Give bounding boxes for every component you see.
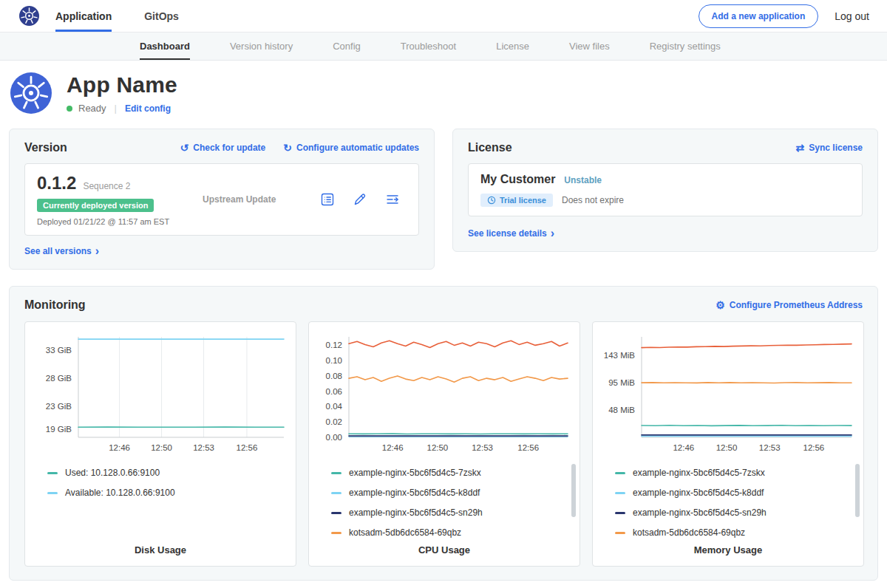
upstream-update-label: Upstream Update <box>203 194 276 205</box>
svg-text:12:46: 12:46 <box>382 443 404 452</box>
legend-item: kotsadm-5db6dc6584-69qbz <box>331 527 574 538</box>
svg-text:19 GiB: 19 GiB <box>46 425 72 434</box>
cpu-usage-chart: 12:4612:5012:5312:560.120.100.080.060.04… <box>315 329 574 457</box>
license-card-title: License <box>468 141 512 154</box>
legend-label: example-nginx-5bc6f5d4c5-sn29h <box>633 507 767 518</box>
legend-label: kotsadm-5db6dc6584-69qbz <box>633 527 745 538</box>
check-for-update-link[interactable]: ↺ Check for update <box>180 143 266 153</box>
legend-scrollbar[interactable] <box>855 464 860 517</box>
subnav-tab-dashboard[interactable]: Dashboard <box>120 33 210 60</box>
svg-text:0.06: 0.06 <box>326 387 342 396</box>
legend-color-dash <box>331 472 341 474</box>
subnav-tab-version-history[interactable]: Version history <box>210 33 313 60</box>
configure-prometheus-link[interactable]: ⚙ Configure Prometheus Address <box>716 300 863 310</box>
chevron-right-icon: › <box>95 245 99 257</box>
deploy-logs-icon[interactable] <box>384 191 401 208</box>
app-subnav: Dashboard Version history Config Trouble… <box>0 33 887 61</box>
clock-icon <box>487 196 496 205</box>
add-application-button[interactable]: Add a new application <box>699 4 819 28</box>
legend-color-dash <box>615 492 625 494</box>
release-notes-icon[interactable] <box>319 191 336 208</box>
version-card: Version ↺ Check for update ↻ Configure a… <box>9 129 435 270</box>
refresh-icon: ↺ <box>180 143 189 153</box>
subnav-tab-config[interactable]: Config <box>313 33 381 60</box>
deployed-timestamp: Deployed 01/21/22 @ 11:57 am EST <box>37 217 183 226</box>
tab-gitops-label: GitOps <box>144 10 179 22</box>
legend-label: kotsadm-5db6dc6584-69qbz <box>349 527 461 538</box>
legend-label: example-nginx-5bc6f5d4c5-7zskx <box>633 468 765 478</box>
tab-gitops[interactable]: GitOps <box>144 0 179 32</box>
legend-color-dash <box>331 512 341 514</box>
svg-text:23 GiB: 23 GiB <box>46 402 72 411</box>
svg-text:0.10: 0.10 <box>326 356 342 365</box>
dashboard-main: Version ↺ Check for update ↻ Configure a… <box>0 127 887 581</box>
subnav-tab-troubleshoot[interactable]: Troubleshoot <box>381 33 476 60</box>
svg-text:95 MiB: 95 MiB <box>608 378 635 387</box>
tab-application[interactable]: Application <box>55 0 112 32</box>
kubernetes-logo <box>19 6 39 26</box>
version-sequence: Sequence 2 <box>83 181 130 191</box>
chart-title: Disk Usage <box>135 544 186 557</box>
auto-update-icon: ↻ <box>283 143 292 153</box>
see-all-versions-link[interactable]: See all versions › <box>24 245 99 257</box>
monitoring-title: Monitoring <box>24 298 86 312</box>
legend-label: Used: 10.128.0.66:9100 <box>65 468 160 478</box>
license-box: My Customer Unstable Trial license Does … <box>468 163 863 216</box>
svg-text:12:53: 12:53 <box>472 443 493 452</box>
subnav-tab-view-files[interactable]: View files <box>549 33 630 60</box>
page-title: App Name <box>67 72 177 98</box>
sync-license-label: Sync license <box>809 143 863 153</box>
svg-text:12:56: 12:56 <box>237 443 258 452</box>
svg-text:12:50: 12:50 <box>426 443 448 452</box>
edit-config-link[interactable]: Edit config <box>125 103 171 114</box>
svg-text:28 GiB: 28 GiB <box>46 374 72 383</box>
svg-text:0.12: 0.12 <box>326 341 342 349</box>
app-icon-kubernetes <box>10 72 52 114</box>
legend-item: example-nginx-5bc6f5d4c5-7zskx <box>331 468 574 478</box>
logout-link[interactable]: Log out <box>835 10 869 22</box>
memory-usage-chart: 12:4612:5012:5312:56143 MiB95 MiB48 MiB <box>599 329 857 457</box>
legend-color-dash <box>331 532 341 534</box>
customer-name: My Customer <box>480 173 555 186</box>
legend-label: example-nginx-5bc6f5d4c5-7zskx <box>349 468 481 478</box>
sync-license-link[interactable]: ⇄ Sync license <box>796 143 863 153</box>
legend-item: example-nginx-5bc6f5d4c5-k8ddf <box>331 488 574 498</box>
see-license-details-link[interactable]: See license details › <box>468 228 554 239</box>
monitoring-card: Monitoring ⚙ Configure Prometheus Addres… <box>9 286 878 581</box>
chevron-right-icon: › <box>551 228 554 239</box>
tab-application-label: Application <box>55 10 112 22</box>
memory-usage-legend: example-nginx-5bc6f5d4c5-7zskxexample-ng… <box>615 468 857 538</box>
legend-item: example-nginx-5bc6f5d4c5-sn29h <box>615 507 857 518</box>
subnav-tab-registry-settings[interactable]: Registry settings <box>630 33 741 60</box>
trial-license-badge: Trial license <box>480 194 553 207</box>
divider: | <box>115 103 117 114</box>
version-number: 0.1.2 <box>37 173 76 194</box>
legend-item: Used: 10.128.0.66:9100 <box>47 468 290 478</box>
chart-title: CPU Usage <box>418 544 470 557</box>
legend-item: example-nginx-5bc6f5d4c5-sn29h <box>331 507 574 518</box>
status-badge: Ready <box>78 103 106 114</box>
legend-color-dash <box>615 512 625 514</box>
legend-color-dash <box>47 472 58 474</box>
legend-color-dash <box>615 532 625 534</box>
gear-icon: ⚙ <box>716 300 725 310</box>
legend-item: example-nginx-5bc6f5d4c5-7zskx <box>615 468 857 478</box>
svg-text:0.04: 0.04 <box>326 402 343 411</box>
legend-scrollbar[interactable] <box>571 464 576 517</box>
license-expiry: Does not expire <box>562 195 624 205</box>
legend-label: example-nginx-5bc6f5d4c5-k8ddf <box>633 488 764 498</box>
svg-text:0.02: 0.02 <box>326 417 342 426</box>
channel-name: Unstable <box>564 175 602 185</box>
svg-text:143 MiB: 143 MiB <box>604 351 636 360</box>
legend-color-dash <box>331 492 341 494</box>
svg-text:33 GiB: 33 GiB <box>46 346 72 355</box>
svg-text:0.00: 0.00 <box>326 433 342 442</box>
deployed-version-badge: Currently deployed version <box>37 199 154 212</box>
configure-automatic-updates-link[interactable]: ↻ Configure automatic updates <box>283 143 419 153</box>
subnav-tab-license[interactable]: License <box>476 33 549 60</box>
svg-text:12:46: 12:46 <box>673 443 694 452</box>
trial-license-label: Trial license <box>500 196 546 205</box>
legend-item: Available: 10.128.0.66:9100 <box>47 488 290 498</box>
edit-config-icon[interactable] <box>352 191 368 208</box>
see-all-versions-label: See all versions <box>24 246 92 256</box>
